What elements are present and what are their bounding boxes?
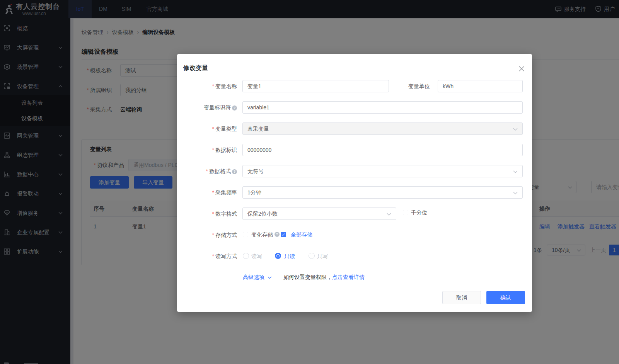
data-id-label: 数据标识 <box>215 147 237 153</box>
close-icon[interactable] <box>517 65 526 73</box>
thousands-label: 千分位 <box>411 209 427 216</box>
writeonly-radio[interactable] <box>309 253 315 259</box>
modal-title: 修改变量 <box>183 64 208 72</box>
confirm-button[interactable]: 确认 <box>486 291 525 304</box>
identifier-label: 变量标识符 <box>204 104 231 111</box>
num-format-select[interactable]: 保留2位小数 <box>242 208 396 220</box>
format-select[interactable]: 无符号 <box>242 165 523 177</box>
unit-input[interactable]: kWh <box>438 80 523 92</box>
unit-label: 变量单位 <box>408 83 430 89</box>
format-label: 数据格式 <box>209 168 231 174</box>
readonly-option-label: 只读 <box>284 253 295 259</box>
edit-variable-modal: 修改变量 *变量名称 变量1 变量单位 kWh 变量标识符? variable1… <box>177 54 532 312</box>
data-id-input[interactable]: 00000000 <box>242 144 523 156</box>
page: 有人云控制台 www.usr.cn IoT DM SIM 官方商城 服务支持 用… <box>0 0 619 364</box>
change-storage-label: 变化存储 <box>251 231 273 238</box>
num-format-label: 数字格式 <box>215 211 237 217</box>
advanced-options-link[interactable]: 高级选项 <box>243 274 272 281</box>
rw-radio[interactable] <box>243 253 249 259</box>
check-icon <box>282 233 285 236</box>
all-storage-label: 全部存储 <box>291 231 312 238</box>
storage-label: 存储方式 <box>215 232 237 238</box>
chevron-down-icon <box>268 276 272 279</box>
readonly-radio[interactable] <box>275 253 281 259</box>
chevron-down-icon <box>513 170 518 173</box>
change-storage-checkbox[interactable] <box>243 232 248 237</box>
chevron-down-icon <box>387 213 391 216</box>
freq-select[interactable]: 1分钟 <box>242 186 523 199</box>
type-label: 变量类型 <box>215 126 237 132</box>
all-storage-checkbox[interactable] <box>281 232 286 237</box>
identifier-input[interactable]: variable1 <box>242 101 523 114</box>
rw-option-label: 读写 <box>251 253 262 259</box>
view-details-link[interactable]: 点击查看详情 <box>332 274 365 280</box>
chevron-down-icon <box>513 192 518 195</box>
help-icon[interactable]: ? <box>232 169 237 174</box>
radio-dot <box>277 255 279 257</box>
type-select[interactable]: 直采变量 <box>242 122 523 135</box>
writeonly-option-label: 只写 <box>317 253 328 259</box>
permission-hint: 如何设置变量权限，点击查看详情 <box>283 274 365 281</box>
help-icon[interactable]: ? <box>232 105 237 111</box>
variable-name-input[interactable]: 变量1 <box>242 80 389 92</box>
cancel-button[interactable]: 取消 <box>442 291 481 304</box>
thousands-checkbox[interactable] <box>403 210 408 215</box>
help-icon[interactable]: ? <box>275 232 280 237</box>
rw-label: 读写方式 <box>215 253 237 259</box>
freq-label: 采集频率 <box>215 189 237 196</box>
variable-name-label: 变量名称 <box>215 83 237 89</box>
chevron-down-icon <box>513 128 518 131</box>
